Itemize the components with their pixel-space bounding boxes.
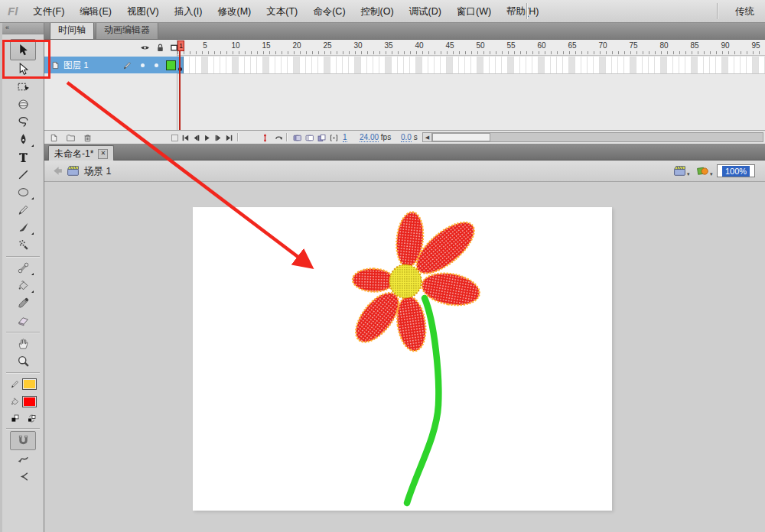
frame-cell[interactable] bbox=[367, 57, 373, 73]
straighten-option[interactable] bbox=[11, 468, 35, 485]
frame-cell[interactable] bbox=[728, 57, 734, 73]
frame-cell[interactable] bbox=[526, 57, 532, 73]
frame-cell[interactable] bbox=[490, 57, 496, 73]
bone-tool[interactable] bbox=[11, 259, 35, 277]
delete-layer-button[interactable] bbox=[81, 132, 93, 143]
frame-cell[interactable] bbox=[673, 57, 679, 73]
menu-item-5[interactable]: 文本(T) bbox=[259, 0, 305, 23]
frame-cell[interactable] bbox=[275, 57, 282, 73]
oval-tool[interactable] bbox=[11, 183, 35, 201]
stage[interactable] bbox=[193, 207, 612, 511]
document-tab[interactable]: 未命名-1* ✕ bbox=[48, 145, 114, 161]
new-layer-button[interactable] bbox=[47, 132, 60, 143]
frame-cell[interactable] bbox=[483, 57, 490, 73]
frame-cell[interactable] bbox=[667, 57, 673, 73]
play-button[interactable] bbox=[200, 132, 213, 143]
frame-cell[interactable] bbox=[294, 57, 300, 73]
frame-cell[interactable] bbox=[630, 57, 636, 73]
frame-cell[interactable] bbox=[508, 57, 514, 73]
frame-cell[interactable] bbox=[747, 57, 753, 73]
frame-cell[interactable] bbox=[655, 57, 661, 73]
frame-cell[interactable] bbox=[594, 57, 600, 73]
frame-cell[interactable] bbox=[551, 57, 557, 73]
free-transform-tool[interactable] bbox=[11, 78, 35, 96]
frame-cell[interactable] bbox=[343, 57, 349, 73]
frame-cell[interactable] bbox=[263, 57, 269, 73]
scroll-left-arrow[interactable]: ◀ bbox=[423, 133, 432, 141]
stroke-color-control-swatch[interactable] bbox=[22, 378, 37, 390]
elapsed-time-indicator[interactable]: 0.0 s bbox=[401, 133, 418, 141]
frame-cell[interactable] bbox=[416, 57, 422, 73]
frame-cell[interactable] bbox=[465, 57, 471, 73]
default-colors-button[interactable] bbox=[8, 412, 21, 424]
menu-item-2[interactable]: 视图(V) bbox=[119, 0, 167, 23]
frame-cell[interactable] bbox=[588, 57, 594, 73]
spray-brush-tool[interactable] bbox=[11, 236, 35, 254]
frame-cell[interactable] bbox=[618, 57, 624, 73]
frame-cell[interactable] bbox=[337, 57, 343, 73]
frame-cell[interactable] bbox=[214, 57, 220, 73]
frame-cell[interactable] bbox=[447, 57, 453, 73]
playhead-line[interactable] bbox=[179, 50, 181, 130]
onion-skin-button[interactable] bbox=[291, 132, 303, 143]
frame-cell[interactable] bbox=[477, 57, 483, 73]
frame-cell[interactable] bbox=[282, 57, 288, 73]
scene-breadcrumb[interactable]: 场景 1 bbox=[84, 165, 111, 178]
frame-cell[interactable] bbox=[379, 57, 386, 73]
frame-cell[interactable] bbox=[453, 57, 459, 73]
zoom-level-input[interactable]: 100% bbox=[717, 164, 755, 177]
frame-cell[interactable] bbox=[428, 57, 435, 73]
frame-cell[interactable] bbox=[220, 57, 226, 73]
3d-rotation-tool[interactable] bbox=[11, 96, 35, 113]
frame-cell[interactable] bbox=[459, 57, 465, 73]
loop-button[interactable] bbox=[272, 132, 285, 143]
selection-tool[interactable] bbox=[10, 39, 36, 60]
frame-cell[interactable] bbox=[306, 57, 312, 73]
edit-scene-button[interactable]: ▾ bbox=[673, 164, 690, 177]
frame-cell[interactable] bbox=[441, 57, 447, 73]
frame-cell[interactable] bbox=[532, 57, 539, 73]
flower-drawing[interactable] bbox=[193, 207, 612, 511]
layer-outline-color-swatch[interactable] bbox=[166, 60, 176, 70]
paint-bucket-tool[interactable] bbox=[11, 277, 35, 294]
flower-center[interactable] bbox=[389, 264, 422, 298]
onion-marker-icon[interactable] bbox=[259, 132, 271, 143]
frame-cell[interactable] bbox=[196, 57, 202, 73]
frame-cell[interactable] bbox=[624, 57, 630, 73]
frame-cell[interactable] bbox=[233, 57, 239, 73]
frame-cell[interactable] bbox=[545, 57, 551, 73]
frame-cell[interactable] bbox=[600, 57, 606, 73]
line-tool[interactable] bbox=[11, 166, 35, 183]
edit-symbols-button[interactable]: ▾ bbox=[696, 164, 713, 177]
frame-cell[interactable] bbox=[300, 57, 306, 73]
frame-cell[interactable] bbox=[612, 57, 618, 73]
menu-item-4[interactable]: 修改(M) bbox=[210, 0, 259, 23]
menu-item-1[interactable]: 编辑(E) bbox=[72, 0, 119, 23]
frame-cell[interactable] bbox=[184, 57, 190, 73]
swap-colors-button[interactable] bbox=[25, 412, 37, 424]
frame-cell[interactable] bbox=[398, 57, 404, 73]
menu-item-6[interactable]: 命令(C) bbox=[305, 0, 353, 23]
frame-cell[interactable] bbox=[496, 57, 502, 73]
frame-cell[interactable] bbox=[753, 57, 759, 73]
current-frame-indicator[interactable]: 1 bbox=[343, 133, 347, 141]
layer-visibility-dot[interactable] bbox=[141, 63, 145, 67]
pen-tool[interactable] bbox=[11, 131, 35, 148]
frame-cell[interactable] bbox=[557, 57, 563, 73]
frame-cell[interactable] bbox=[361, 57, 367, 73]
frame-cell[interactable] bbox=[661, 57, 667, 73]
pasteboard[interactable] bbox=[44, 182, 765, 532]
new-folder-button[interactable] bbox=[64, 132, 76, 143]
frame-cell[interactable] bbox=[734, 57, 741, 73]
modify-markers-button[interactable] bbox=[327, 132, 340, 143]
frame-cell[interactable] bbox=[710, 57, 716, 73]
frame-cell[interactable] bbox=[692, 57, 698, 73]
frame-rate-indicator[interactable]: 24.00 fps bbox=[360, 133, 391, 141]
frame-cell[interactable] bbox=[636, 57, 643, 73]
snap-to-objects-toggle[interactable] bbox=[10, 431, 36, 450]
frame-cell[interactable] bbox=[257, 57, 263, 73]
frame-cell[interactable] bbox=[288, 57, 294, 73]
frame-cell[interactable] bbox=[435, 57, 441, 73]
frame-cell[interactable] bbox=[685, 57, 692, 73]
smooth-option[interactable] bbox=[11, 450, 35, 468]
